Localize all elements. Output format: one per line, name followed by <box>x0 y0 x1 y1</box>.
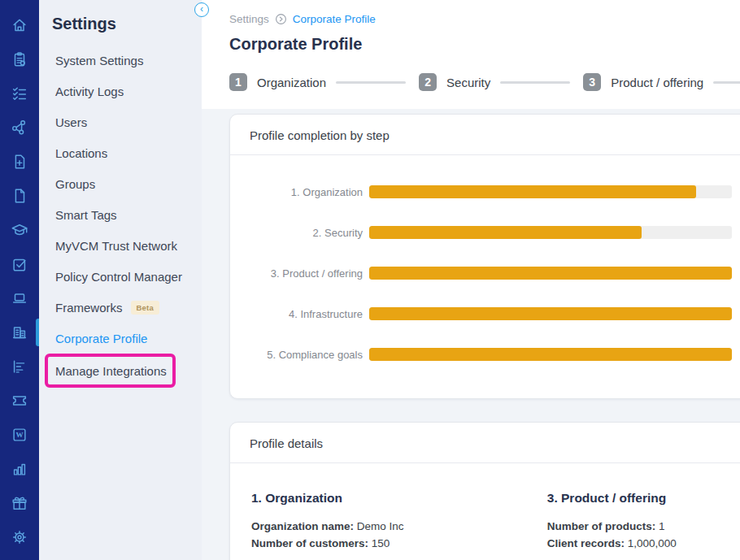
sidebar-item-groups[interactable]: Groups <box>39 168 202 199</box>
step-3-badge[interactable]: 3 <box>583 73 601 91</box>
wizard-stepper: 1 Organization 2 Security 3 Product / of… <box>229 73 740 91</box>
chart-row: 3. Product / offering <box>230 267 732 280</box>
breadcrumb-parent[interactable]: Settings <box>229 13 269 25</box>
step-1-badge[interactable]: 1 <box>229 73 247 91</box>
clipboard-icon[interactable] <box>0 42 39 76</box>
home-icon[interactable] <box>0 8 39 42</box>
chart-row: 1. Organization <box>230 185 732 198</box>
field-value: 1,000,000 <box>628 537 677 549</box>
details-section-organization: 1. Organization Organization nameDemo In… <box>251 491 547 553</box>
bar-track <box>369 348 732 361</box>
icon-rail: W <box>0 0 39 560</box>
details-section-product-offering: 3. Product / offering Number of products… <box>547 491 740 553</box>
bar-chart-horizontal-icon[interactable] <box>0 349 39 384</box>
chart-category-label: 4. Infrastructure <box>230 308 369 320</box>
app-window: W ‹ Settings System Settings Activity Lo… <box>0 0 740 560</box>
bar-track <box>369 226 732 239</box>
details-card-title: Profile details <box>230 423 740 463</box>
step-2-label: Security <box>446 76 490 89</box>
step-connector <box>336 81 406 84</box>
chart-row: 4. Infrastructure <box>230 307 732 320</box>
breadcrumb-current[interactable]: Corporate Profile <box>293 13 376 25</box>
field-line: Organization nameDemo Inc <box>251 519 547 536</box>
gear-icon[interactable] <box>0 520 39 554</box>
sidebar-item-corporate-profile[interactable]: Corporate Profile <box>39 323 202 354</box>
sidebar-item-smart-tags[interactable]: Smart Tags <box>39 199 202 230</box>
sidebar-title: Settings <box>39 15 202 33</box>
page-header: Settings Corporate Profile Corporate Pro… <box>202 0 740 109</box>
main-content: Settings Corporate Profile Corporate Pro… <box>202 0 740 560</box>
field-line: Number of customers150 <box>251 536 547 553</box>
profile-completion-card: Profile completion by step 1. Organizati… <box>229 114 740 399</box>
chart-row: 2. Security <box>230 226 732 239</box>
chart-category-label: 2. Security <box>230 227 369 239</box>
step-2-badge[interactable]: 2 <box>419 73 437 91</box>
bar-track <box>369 267 732 280</box>
profile-details-card: Profile details 1. Organization Organiza… <box>229 422 740 560</box>
svg-text:W: W <box>15 431 24 439</box>
share-network-icon[interactable] <box>0 111 39 145</box>
page-title: Corporate Profile <box>229 35 740 54</box>
bar-track <box>369 185 732 198</box>
chart-row: 5. Compliance goals <box>230 348 732 361</box>
sidebar-item-locations[interactable]: Locations <box>39 137 202 168</box>
checklist-icon[interactable] <box>0 76 39 111</box>
bar-fill <box>369 226 642 239</box>
chart-category-label: 3. Product / offering <box>230 267 369 280</box>
step-1-label: Organization <box>257 76 326 89</box>
breadcrumb-separator-icon <box>275 13 287 25</box>
gift-icon[interactable] <box>0 486 39 520</box>
file-icon[interactable] <box>0 179 39 213</box>
sidebar-item-activity-logs[interactable]: Activity Logs <box>39 76 202 106</box>
sidebar-item-frameworks[interactable]: Frameworks Beta <box>39 292 202 323</box>
chart-category-label: 1. Organization <box>230 186 369 198</box>
field-label: Number of customers <box>251 537 372 549</box>
bar-chart-icon[interactable] <box>0 452 39 486</box>
field-label: Client records <box>547 537 628 549</box>
sidebar-item-system-settings[interactable]: System Settings <box>39 45 202 76</box>
step-connector <box>500 81 570 84</box>
bar-fill <box>369 267 732 280</box>
chart-card-title: Profile completion by step <box>230 115 740 155</box>
field-line: Number of products1 <box>547 519 740 536</box>
sidebar-item-users[interactable]: Users <box>39 106 202 137</box>
field-value: Demo Inc <box>357 520 404 532</box>
step-3-label: Product / offering <box>611 76 703 89</box>
check-square-icon[interactable] <box>0 247 39 281</box>
completion-bar-chart: 1. Organization 2. Security 3. Product /… <box>230 155 740 398</box>
bar-fill <box>369 307 732 320</box>
ticket-icon[interactable] <box>0 384 39 418</box>
field-value: 1 <box>659 520 665 532</box>
sidebar-item-myvcm-trust-network[interactable]: MyVCM Trust Network <box>39 230 202 261</box>
buildings-icon[interactable] <box>0 315 39 349</box>
chart-category-label: 5. Compliance goals <box>230 349 369 361</box>
details-body: 1. Organization Organization nameDemo In… <box>230 463 740 560</box>
bar-fill <box>369 185 696 198</box>
settings-sidebar: ‹ Settings System Settings Activity Logs… <box>39 0 202 560</box>
laptop-icon[interactable] <box>0 281 39 315</box>
sidebar-item-policy-control-manager[interactable]: Policy Control Manager <box>39 261 202 292</box>
beta-badge: Beta <box>131 301 159 315</box>
w-square-icon[interactable]: W <box>0 418 39 452</box>
field-line: Client records1,000,000 <box>547 536 740 553</box>
field-label: Number of products <box>547 520 659 532</box>
bar-fill <box>369 348 732 361</box>
field-label: Organization name <box>251 520 357 532</box>
content-scroll-area: Profile completion by step 1. Organizati… <box>202 109 740 560</box>
file-plus-icon[interactable] <box>0 145 39 179</box>
bar-track <box>369 307 732 320</box>
annotation-highlight: Manage Integrations <box>45 354 176 388</box>
section-heading: 3. Product / offering <box>547 491 740 506</box>
breadcrumb: Settings Corporate Profile <box>229 13 740 25</box>
section-heading: 1. Organization <box>251 491 547 506</box>
sidebar-collapse-button[interactable]: ‹ <box>194 2 209 17</box>
field-value: 150 <box>372 537 390 549</box>
sidebar-item-manage-integrations[interactable]: Manage Integrations <box>48 357 172 384</box>
graduation-cap-icon[interactable] <box>0 213 39 247</box>
step-connector <box>713 81 740 84</box>
